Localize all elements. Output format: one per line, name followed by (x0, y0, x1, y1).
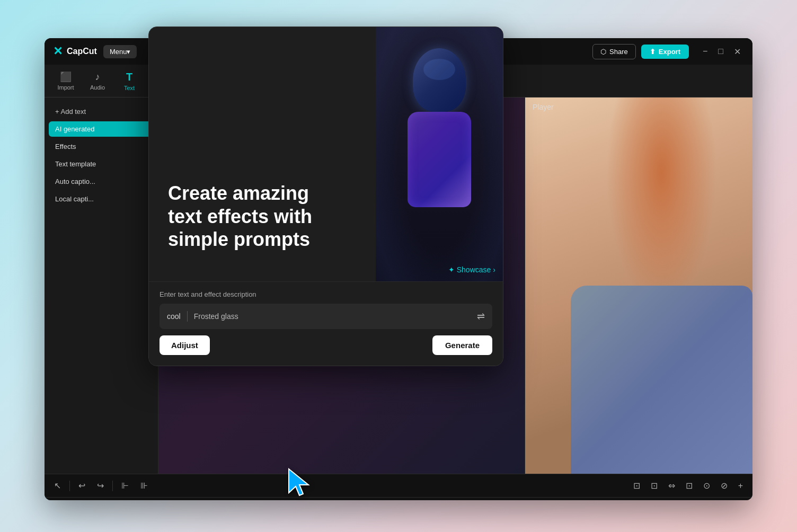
restore-button[interactable]: □ (715, 46, 727, 58)
tl-icon-1[interactable]: ⊡ (630, 478, 643, 493)
dialog-left: Create amazing text effects with simple … (149, 27, 376, 281)
shuffle-button[interactable]: ⇌ (477, 311, 485, 322)
dialog-content: Create amazing text effects with simple … (149, 27, 503, 281)
trim-button[interactable]: ⊪ (137, 478, 151, 493)
logo-icon: ✕ (53, 45, 63, 58)
divider-1 (69, 481, 70, 491)
sidebar-item-effects[interactable]: Effects (49, 139, 154, 154)
logo: ✕ CapCut (53, 45, 97, 58)
ai-dialog[interactable]: Create amazing text effects with simple … (148, 26, 503, 366)
tl-icon-4[interactable]: ⊡ (683, 478, 696, 493)
audio-icon: ♪ (95, 72, 100, 83)
divider-2 (112, 481, 113, 491)
menu-button[interactable]: Menu▾ (103, 45, 137, 58)
export-icon: ⬆ (650, 48, 656, 56)
showcase-chevron-icon: › (493, 265, 495, 274)
toolbar-text[interactable]: T Text (114, 68, 144, 94)
export-button[interactable]: ⬆ Export (641, 45, 689, 59)
sidebar-item-auto-caption[interactable]: Auto captio... (49, 174, 154, 189)
dialog-headline: Create amazing text effects with simple … (168, 182, 357, 251)
text-icon: T (126, 71, 132, 83)
tl-icon-6[interactable]: ⊘ (718, 478, 731, 493)
toolbar-audio[interactable]: ♪ Audio (83, 68, 112, 94)
input-tag: cool (167, 312, 181, 321)
window-controls: − □ ✕ (699, 46, 744, 58)
sparkle-icon: ✦ (448, 265, 455, 274)
input-divider (187, 311, 188, 322)
split-button[interactable]: ⊩ (118, 478, 132, 493)
showcase-link[interactable]: ✦ Showcase › (448, 265, 495, 274)
generate-button[interactable]: Generate (432, 335, 492, 355)
input-label: Enter text and effect description (160, 290, 492, 298)
share-icon: ⬡ (600, 48, 606, 56)
app-name: CapCut (67, 47, 97, 56)
dialog-right: ✦ Showcase › (376, 27, 503, 281)
title-bar-right: ⬡ Share ⬆ Export − □ ✕ (592, 44, 744, 59)
redo-button[interactable]: ↪ (94, 478, 107, 493)
timeline-track: ⬛ 🔒 👁 🔊 Cover (45, 498, 752, 500)
showcase-badge: ✦ Showcase (448, 265, 491, 274)
input-text[interactable]: Frosted glass (194, 312, 471, 321)
sidebar-item-local-caption[interactable]: Local capti... (49, 191, 154, 207)
sidebar-item-ai-generated[interactable]: AI generated (49, 121, 154, 137)
sidebar-item-text-template[interactable]: Text template (49, 156, 154, 172)
timeline-controls: ↖ ↩ ↪ ⊩ ⊪ ⊡ ⊡ ⇔ ⊡ ⊙ ⊘ + (45, 474, 752, 498)
close-button[interactable]: ✕ (731, 46, 744, 58)
right-panel: Player (525, 97, 752, 474)
left-sidebar: + Add text AI generated Effects Text tem… (45, 97, 158, 474)
add-text-button[interactable]: + Add text (49, 104, 154, 119)
toolbar-import[interactable]: ⬛ Import (51, 68, 81, 94)
cursor-tool[interactable]: ↖ (51, 478, 64, 493)
dialog-actions: Adijust Generate (160, 335, 492, 355)
import-icon: ⬛ (60, 71, 72, 83)
input-row: cool Frosted glass ⇌ (160, 304, 492, 329)
timeline-right-controls: ⊡ ⊡ ⇔ ⊡ ⊙ ⊘ + (630, 478, 746, 493)
tl-icon-2[interactable]: ⊡ (648, 478, 661, 493)
tl-icon-3[interactable]: ⇔ (665, 478, 678, 493)
player-image (525, 97, 752, 474)
timeline-area: ↖ ↩ ↪ ⊩ ⊪ ⊡ ⊡ ⇔ ⊡ ⊙ ⊘ + ⬛ 🔒 👁 🔊 (45, 474, 752, 500)
player-label: Player (533, 103, 554, 111)
share-button[interactable]: ⬡ Share (592, 44, 636, 59)
tl-icon-5[interactable]: ⊙ (700, 478, 713, 493)
dialog-bottom: Enter text and effect description cool F… (149, 281, 503, 366)
player-clothing (571, 286, 752, 474)
adjust-button[interactable]: Adijust (160, 335, 210, 355)
robot-glow (376, 27, 503, 281)
undo-button[interactable]: ↩ (75, 478, 88, 493)
tl-icon-7[interactable]: + (735, 479, 746, 493)
minimize-button[interactable]: − (699, 46, 711, 58)
